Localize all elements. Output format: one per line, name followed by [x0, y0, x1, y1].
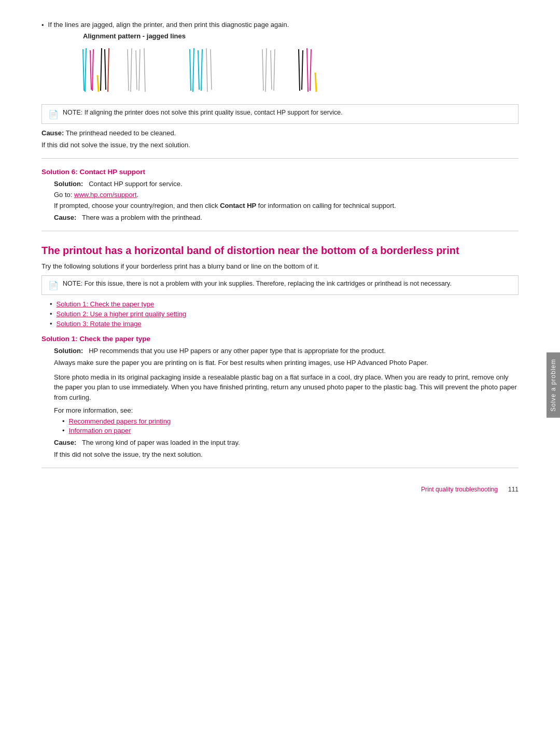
svg-line-17: [206, 48, 207, 92]
sol6-contact-hp-rest: for information on calling for technical…: [256, 202, 396, 209]
solution-link-1[interactable]: Solution 1: Check the paper type: [57, 300, 155, 308]
sol6-cause-label: Cause:: [54, 214, 76, 221]
page-content: • If the lines are jagged, align the pri…: [0, 0, 560, 509]
note-box-2: 📄 NOTE: For this issue, there is not a p…: [41, 275, 519, 295]
sol1-link-item-2: • Information on paper: [62, 427, 519, 434]
jagged-pattern-1: [78, 44, 114, 96]
side-tab: Solve a problem: [547, 353, 560, 418]
svg-line-6: [105, 49, 106, 90]
sol6-solution-text: Contact HP support for service.: [89, 180, 182, 188]
svg-line-15: [198, 50, 199, 90]
intro-bullet: • If the lines are jagged, align the pri…: [41, 21, 519, 29]
sol1-link-bullet-1: •: [62, 417, 65, 425]
solution-6: Solution 6: Contact HP support Solution:…: [41, 168, 519, 221]
solution-1: Solution 1: Check the paper type Solutio…: [41, 335, 519, 458]
sol6-prompted-line: If prompted, choose your country/region,…: [54, 202, 519, 209]
solution-link-item-1: • Solution 1: Check the paper type: [50, 300, 519, 308]
sol1-link-2[interactable]: Information on paper: [69, 427, 131, 434]
cause-line-1: Cause: The printhead needed to be cleane…: [41, 129, 519, 137]
sol6-solution-label: Solution:: [54, 180, 83, 188]
sol6-body: Solution: Contact HP support for service…: [54, 180, 519, 221]
svg-line-24: [302, 50, 303, 90]
note-text-2: NOTE: For this issue, there is not a pro…: [63, 280, 452, 287]
sol1-solution-label: Solution:: [54, 347, 83, 355]
sol1-cause: Cause: The wrong kind of paper was loade…: [54, 439, 519, 446]
sol1-cause-text: The wrong kind of paper was loaded in th…: [82, 439, 240, 446]
sol6-cause-text: There was a problem with the printhead.: [82, 214, 202, 221]
svg-line-12: [144, 48, 145, 92]
divider-2: [41, 231, 519, 231]
footer-label: Print quality troubleshooting: [421, 486, 498, 493]
divider-1: [41, 158, 519, 159]
svg-line-3: [92, 49, 93, 91]
divider-3: [41, 468, 519, 468]
sol6-link[interactable]: www.hp.com/support: [74, 191, 137, 199]
main-heading: The printout has a horizontal band of di…: [41, 244, 519, 257]
solution-link-2[interactable]: Solution 2: Use a higher print quality s…: [57, 310, 187, 318]
svg-line-26: [310, 49, 311, 91]
note-icon-2: 📄: [48, 280, 59, 290]
svg-line-8: [128, 49, 129, 91]
svg-line-7: [108, 48, 109, 92]
svg-line-20: [265, 48, 267, 92]
bullet-dot: •: [41, 21, 44, 29]
svg-line-23: [299, 49, 300, 91]
svg-line-13: [190, 49, 191, 91]
cause-text-1: The printhead needed to be cleaned.: [66, 129, 176, 137]
main-intro: Try the following solutions if your bord…: [41, 262, 519, 270]
alignment-patterns: [78, 44, 519, 96]
svg-line-19: [262, 49, 263, 91]
note-text-1: NOTE: If aligning the printer does not s…: [63, 109, 343, 116]
svg-line-9: [131, 48, 132, 92]
svg-line-18: [211, 49, 212, 90]
jagged-pattern-2: [124, 44, 150, 96]
jagged-pattern-3: [187, 44, 218, 96]
intro-text: If the lines are jagged, align the print…: [48, 21, 289, 29]
svg-line-27: [315, 73, 316, 92]
sol1-link-bullet-2: •: [62, 427, 65, 434]
solution-link-3[interactable]: Solution 3: Rotate the image: [57, 320, 142, 328]
link-bullet-2: •: [50, 310, 52, 318]
sol1-para1: Always make sure the paper you are print…: [54, 358, 519, 368]
svg-line-14: [193, 48, 194, 92]
footer: Print quality troubleshooting 111: [421, 486, 519, 493]
note-icon-1: 📄: [48, 109, 59, 119]
solution-links-list: • Solution 1: Check the paper type • Sol…: [50, 300, 519, 328]
svg-line-5: [101, 48, 102, 91]
sol1-heading: Solution 1: Check the paper type: [41, 335, 519, 343]
sol6-goto-line: Go to: www.hp.com/support.: [54, 191, 519, 199]
link-bullet-1: •: [50, 300, 52, 308]
sol6-heading: Solution 6: Contact HP support: [41, 168, 519, 176]
sol6-solution-line: Solution: Contact HP support for service…: [54, 180, 519, 188]
sol1-for-more: For more information, see:: [54, 406, 519, 414]
solution-link-item-2: • Solution 2: Use a higher print quality…: [50, 310, 519, 318]
sol1-link-1[interactable]: Recommended papers for printing: [69, 417, 171, 425]
sol6-contact-hp-bold: Contact HP: [220, 202, 256, 209]
sol1-solution-line: Solution: HP recommends that you use HP …: [54, 347, 519, 355]
link-bullet-3: •: [50, 320, 52, 328]
svg-line-22: [274, 49, 275, 91]
sol6-cause: Cause: There was a problem with the prin…: [54, 214, 519, 221]
footer-page: 111: [508, 486, 519, 493]
svg-line-0: [83, 49, 84, 91]
svg-line-25: [307, 48, 308, 92]
solution-link-item-3: • Solution 3: Rotate the image: [50, 320, 519, 328]
svg-line-16: [201, 49, 202, 91]
sol6-if-prompted: If prompted, choose your country/region,…: [54, 202, 220, 209]
sol1-solution-text: HP recommends that you use HP papers or …: [89, 347, 386, 355]
svg-line-1: [85, 48, 86, 92]
sol1-para2: Store photo media in its original packag…: [54, 372, 519, 403]
sol1-body: Solution: HP recommends that you use HP …: [54, 347, 519, 458]
svg-line-4: [97, 75, 99, 92]
alignment-label: Alignment pattern - jagged lines: [83, 32, 519, 40]
svg-line-10: [136, 50, 137, 90]
jagged-pattern-4: [259, 44, 285, 96]
sol6-goto-text: Go to:: [54, 191, 74, 199]
cause-label-1: Cause:: [41, 129, 64, 137]
sol1-if-not-solved: If this did not solve the issue, try the…: [54, 451, 519, 458]
note-box-1: 📄 NOTE: If aligning the printer does not…: [41, 104, 519, 124]
jagged-pattern-5: [296, 44, 327, 96]
svg-line-21: [271, 50, 272, 90]
sol1-link-item-1: • Recommended papers for printing: [62, 417, 519, 425]
svg-line-11: [139, 49, 140, 91]
